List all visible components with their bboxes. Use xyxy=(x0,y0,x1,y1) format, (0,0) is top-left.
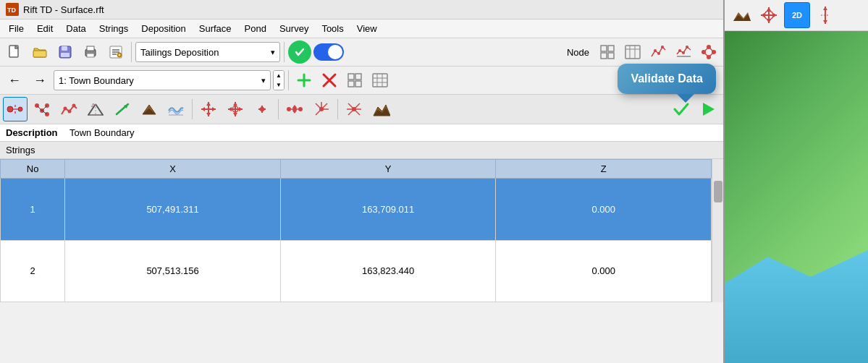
back-button[interactable]: ← xyxy=(3,69,26,92)
chart2-icon-button[interactable] xyxy=(672,40,695,64)
forward-arrow-icon: → xyxy=(33,73,46,88)
menu-deposition[interactable]: Deposition xyxy=(135,21,191,36)
svg-point-97 xyxy=(287,107,291,111)
menu-pond[interactable]: Pond xyxy=(239,21,272,36)
nav-row: ← → 1: Town Boundary ▾ ▲ ▼ xyxy=(0,67,723,95)
svg-point-29 xyxy=(678,49,681,52)
chevron-down-icon2: ▾ xyxy=(261,76,266,85)
sep-3 xyxy=(288,70,289,90)
fan-tool[interactable] xyxy=(309,97,334,121)
grid-view-button[interactable] xyxy=(343,69,366,92)
col-header-x: X xyxy=(65,160,281,179)
svg-marker-128 xyxy=(773,13,777,17)
svg-point-27 xyxy=(661,46,664,48)
menu-bar: File Edit Data Strings Deposition Surfac… xyxy=(0,20,723,38)
sep-4 xyxy=(192,99,193,119)
elevation-tool[interactable]: Δ xyxy=(83,97,108,121)
menu-tools[interactable]: Tools xyxy=(316,21,349,36)
add-button[interactable] xyxy=(292,69,316,92)
svg-point-109 xyxy=(319,107,324,111)
svg-marker-131 xyxy=(823,20,827,24)
menu-file[interactable]: File xyxy=(3,21,30,36)
arrow-tool[interactable] xyxy=(110,97,135,121)
sep-2 xyxy=(284,42,285,62)
stepper-down[interactable]: ▼ xyxy=(274,80,284,90)
stretch-left-tool[interactable] xyxy=(282,97,307,121)
view-mode-button[interactable] xyxy=(812,2,838,28)
dam-tool[interactable] xyxy=(368,97,393,121)
grid-icon-button[interactable] xyxy=(596,40,619,64)
svg-line-70 xyxy=(96,104,103,115)
svg-rect-3 xyxy=(33,51,46,57)
description-row: Description Town Boundary xyxy=(0,124,723,142)
expand-tool[interactable] xyxy=(223,97,248,121)
toggle-knob xyxy=(328,45,342,59)
main-content: TD Rift TD - Surface.rft File Edit Data … xyxy=(0,0,723,363)
forward-button[interactable]: → xyxy=(28,69,51,92)
svg-rect-5 xyxy=(62,46,67,51)
open-button[interactable] xyxy=(28,40,51,64)
menu-edit[interactable]: Edit xyxy=(31,21,59,36)
wave-tool[interactable] xyxy=(164,97,188,121)
menu-surface[interactable]: Surface xyxy=(193,21,237,36)
string-dropdown[interactable]: 1: Town Boundary ▾ xyxy=(54,70,271,90)
select-tool[interactable] xyxy=(3,97,28,121)
scrollbar[interactable] xyxy=(712,159,723,302)
view-2d-button[interactable]: 2D xyxy=(784,2,810,28)
crosshair-view-button[interactable] xyxy=(756,2,782,28)
menu-strings[interactable]: Strings xyxy=(93,21,134,36)
shrink-tool[interactable] xyxy=(250,97,274,121)
cell-y-1: 163,709.011 xyxy=(280,179,496,241)
title-text: Rift TD - Surface.rft xyxy=(23,4,104,15)
table-row[interactable]: 2 507,513.156 163,823.440 0.000 xyxy=(1,240,712,302)
new-button[interactable] xyxy=(3,40,26,64)
deposition-dropdown[interactable]: Tailings Deposition ▾ xyxy=(135,42,280,62)
stepper-up[interactable]: ▲ xyxy=(274,71,284,80)
svg-point-65 xyxy=(64,107,67,111)
line-tool[interactable] xyxy=(56,97,81,121)
toggle-button[interactable] xyxy=(313,43,344,61)
svg-marker-126 xyxy=(767,20,771,23)
cell-z-2: 0.000 xyxy=(496,240,712,302)
move-all-tool[interactable] xyxy=(196,97,221,121)
svg-line-39 xyxy=(709,52,714,57)
scrollbar-thumb xyxy=(714,181,722,202)
string-dropdown-label: 1: Town Boundary xyxy=(59,75,134,86)
strings-header: Strings xyxy=(0,142,723,159)
save-button[interactable] xyxy=(54,40,77,64)
svg-point-53 xyxy=(7,106,13,112)
water-tool[interactable] xyxy=(342,97,366,121)
strings-section: Strings No X Y Z 1 507,491.3 xyxy=(0,142,723,302)
data-table: No X Y Z 1 507,491.311 163,709.011 0.000 xyxy=(0,159,712,302)
table2-icon-button[interactable] xyxy=(368,69,392,92)
delete-button[interactable] xyxy=(318,69,341,92)
edit-button[interactable] xyxy=(104,40,127,64)
svg-marker-83 xyxy=(212,107,216,111)
right-toolbar: 2D xyxy=(725,0,868,31)
menu-data[interactable]: Data xyxy=(60,21,91,36)
svg-rect-46 xyxy=(348,81,354,87)
nodes-tool[interactable] xyxy=(30,97,54,121)
validate-button[interactable] xyxy=(288,40,311,64)
run-tool[interactable] xyxy=(696,97,720,121)
svg-line-36 xyxy=(704,47,709,52)
string-stepper[interactable]: ▲ ▼ xyxy=(273,70,285,90)
svg-text:Δ: Δ xyxy=(91,102,96,108)
terrain-view-button[interactable] xyxy=(728,2,754,28)
svg-point-66 xyxy=(68,110,72,114)
menu-survey[interactable]: Survey xyxy=(274,21,314,36)
cell-no-2: 2 xyxy=(1,240,65,302)
menu-view[interactable]: View xyxy=(351,21,383,36)
tools-row: Δ xyxy=(0,95,723,124)
title-bar: TD Rift TD - Surface.rft xyxy=(0,0,723,20)
table-icon-button[interactable] xyxy=(621,40,644,64)
nodes-icon-button[interactable] xyxy=(697,40,720,64)
print-button[interactable] xyxy=(79,40,102,64)
profile-tool[interactable] xyxy=(137,97,161,121)
chart-icon-button[interactable] xyxy=(646,40,670,64)
svg-marker-88 xyxy=(228,107,232,111)
table-row[interactable]: 1 507,491.311 163,709.011 0.000 xyxy=(1,179,712,241)
chevron-down-icon: ▾ xyxy=(271,48,275,57)
sep-1 xyxy=(131,42,132,62)
svg-marker-119 xyxy=(703,103,715,116)
